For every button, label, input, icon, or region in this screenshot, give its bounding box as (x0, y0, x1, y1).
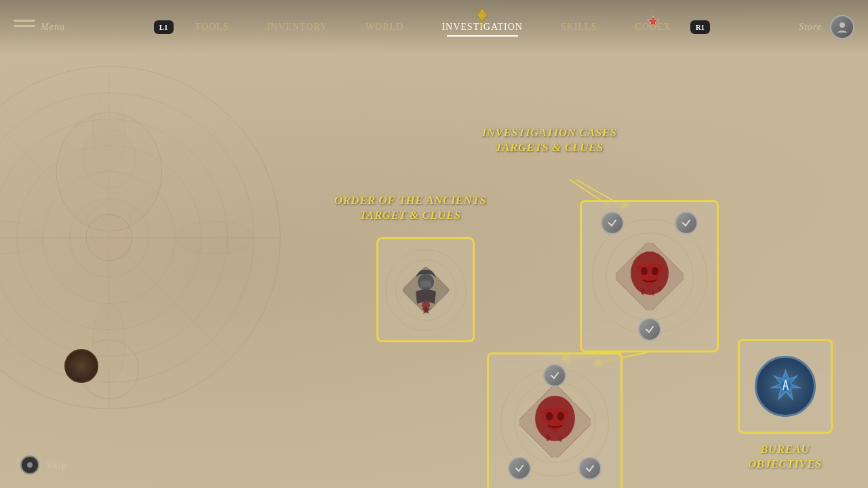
check-button-lower-left[interactable] (508, 457, 531, 480)
svg-point-23 (840, 22, 845, 28)
panel-cases[interactable] (580, 200, 719, 352)
store-icon[interactable] (830, 15, 854, 39)
main-content: Investigation Cases Targets & Clues Orde… (0, 54, 868, 488)
svg-marker-19 (477, 8, 488, 22)
nav-item-codex[interactable]: Codex (616, 16, 690, 38)
panel-bureau[interactable] (738, 339, 833, 434)
nav-item-tools[interactable]: Tools (176, 16, 248, 38)
skip-label: Skip (46, 460, 68, 471)
nav-item-skills[interactable]: Skills (542, 16, 616, 38)
navigation-bar: Menu L1 Tools Inventory World Investi (0, 0, 868, 54)
panel-ancients-inner (378, 239, 473, 340)
store-person-icon (835, 20, 849, 34)
check-button-lower-top[interactable] (543, 364, 566, 387)
nav-active-indicator-icon (469, 7, 496, 27)
nav-left: Menu (14, 20, 65, 35)
l1-button[interactable]: L1 (154, 20, 174, 34)
svg-point-22 (651, 19, 655, 23)
nav-item-inventory[interactable]: Inventory (248, 16, 347, 38)
check-button-lower-right[interactable] (578, 457, 601, 480)
panel-lower-inner (489, 354, 620, 488)
checkmark-icon-5 (514, 463, 525, 474)
bureau-assassin-icon (755, 356, 816, 417)
check-button-top-right[interactable] (675, 211, 698, 235)
r1-button[interactable]: R1 (690, 20, 710, 34)
checkmark-icon-3 (644, 324, 655, 335)
panel-cases-inner (582, 202, 717, 350)
checkmark-icon (607, 218, 618, 228)
checkmark-icon-2 (681, 218, 692, 228)
skip-button[interactable]: Skip (20, 455, 68, 474)
skip-circle-icon (20, 455, 39, 474)
ring-deco-4 (606, 232, 694, 321)
skip-dot-icon (27, 462, 33, 468)
store-label[interactable]: Store (799, 22, 822, 33)
checkmark-icon-4 (549, 370, 560, 381)
panel-bureau-inner (740, 341, 831, 432)
ring-deco-6 (514, 382, 595, 463)
menu-icon (14, 20, 35, 35)
nav-right: Store (799, 15, 854, 39)
check-button-top-left[interactable] (601, 211, 624, 235)
panel-lower[interactable] (487, 352, 623, 488)
ancients-annotation: Order of the Ancients Target & Clues (332, 193, 488, 223)
panel-ancients[interactable] (376, 237, 475, 342)
ring-deco-2 (395, 260, 456, 321)
nav-item-world[interactable]: World (347, 16, 422, 38)
menu-label[interactable]: Menu (41, 22, 65, 33)
artifact-circle (64, 349, 98, 383)
investigation-cases-annotation: Investigation Cases Targets & Clues (461, 125, 637, 155)
bureau-annotation: Bureau Objectives (726, 442, 844, 472)
checkmark-icon-6 (585, 463, 595, 474)
assassins-logo-icon (767, 366, 804, 407)
nav-item-investigation[interactable]: Investigation (422, 16, 542, 38)
codex-badge-icon (647, 15, 659, 27)
nav-center: L1 Tools Inventory World Investigation (65, 16, 799, 38)
check-button-bottom[interactable] (638, 318, 661, 341)
